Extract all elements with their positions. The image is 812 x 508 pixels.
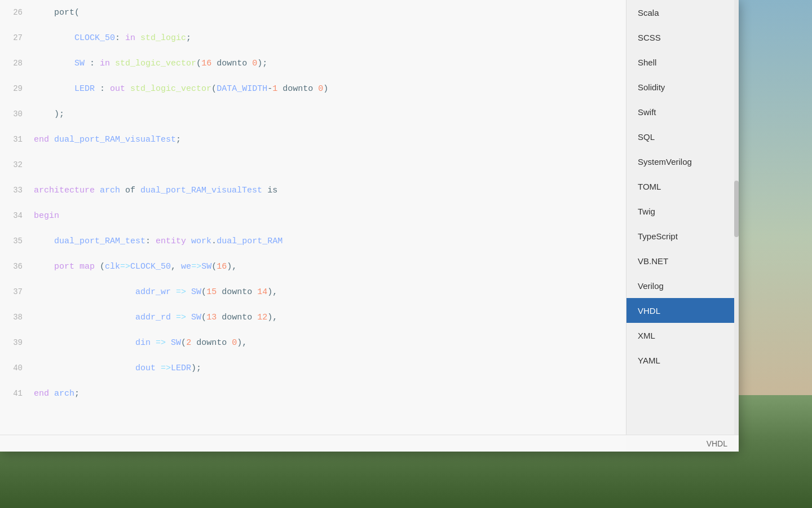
line-content-36: port map (clk=>CLOCK_50, we=>SW(16),	[34, 254, 626, 279]
line-content-37: addr_wr => SW(15 downto 14),	[34, 279, 626, 305]
lang-label-systemverilog: SystemVerilog	[638, 157, 692, 167]
code-line-36: 36 port map (clk=>CLOCK_50, we=>SW(16),	[0, 254, 626, 279]
code-line-30: 30 );	[0, 102, 626, 127]
code-editor: 26 port( 27 CLOCK_50: in std_logic; 28 S…	[0, 0, 626, 452]
line-content-35: dual_port_RAM_test: entity work.dual_por…	[34, 229, 626, 254]
line-content-34: begin	[34, 203, 626, 229]
line-content-30: );	[34, 102, 626, 127]
lang-label-vhdl: VHDL	[638, 306, 660, 316]
lang-item-scala[interactable]: Scala	[626, 0, 739, 25]
code-line-38: 38 addr_rd => SW(13 downto 12),	[0, 305, 626, 330]
line-number-38: 38	[0, 305, 34, 330]
lang-label-verilog: Verilog	[638, 281, 664, 291]
line-content-40: dout =>LEDR);	[34, 356, 626, 381]
line-number-36: 36	[0, 254, 34, 279]
scrollbar-thumb[interactable]	[734, 181, 739, 237]
line-content-28: SW : in std_logic_vector(16 downto 0);	[34, 51, 626, 76]
code-line-35: 35 dual_port_RAM_test: entity work.dual_…	[0, 229, 626, 254]
lang-label-scss: SCSS	[638, 33, 661, 42]
line-number-31: 31	[0, 127, 34, 152]
line-content-33: architecture arch of dual_port_RAM_visua…	[34, 178, 626, 203]
lang-item-vhdl[interactable]: VHDL	[626, 298, 739, 323]
lang-item-twig[interactable]: Twig	[626, 199, 739, 224]
lang-label-twig: Twig	[638, 207, 655, 216]
lang-label-vbnet: VB.NET	[638, 256, 668, 266]
lang-label-solidity: Solidity	[638, 82, 665, 92]
code-line-39: 39 din => SW(2 downto 0),	[0, 330, 626, 356]
lang-label-typescript: TypeScript	[638, 231, 678, 241]
lang-item-shell[interactable]: Shell	[626, 50, 739, 75]
line-content-41: end arch;	[34, 381, 626, 406]
line-number-37: 37	[0, 279, 34, 305]
line-number-30: 30	[0, 102, 34, 127]
line-number-39: 39	[0, 330, 34, 356]
code-line-34: 34 begin	[0, 203, 626, 229]
line-number-27: 27	[0, 25, 34, 51]
lang-item-typescript[interactable]: TypeScript	[626, 224, 739, 248]
lang-item-vbnet[interactable]: VB.NET	[626, 248, 739, 273]
code-line-27: 27 CLOCK_50: in std_logic;	[0, 25, 626, 51]
lang-label-sql: SQL	[638, 132, 655, 142]
code-line-32: 32	[0, 152, 626, 178]
lang-item-xml[interactable]: XML	[626, 323, 739, 348]
code-line-37: 37 addr_wr => SW(15 downto 14),	[0, 279, 626, 305]
line-number-29: 29	[0, 76, 34, 102]
scrollbar-track	[734, 0, 739, 452]
code-line-41: 41 end arch;	[0, 381, 626, 406]
code-line-40: 40 dout =>LEDR);	[0, 356, 626, 381]
line-number-28: 28	[0, 51, 34, 76]
editor-window: 26 port( 27 CLOCK_50: in std_logic; 28 S…	[0, 0, 739, 452]
lang-item-toml[interactable]: TOML	[626, 174, 739, 199]
lang-label-yaml: YAML	[638, 356, 660, 365]
line-content-26: port(	[34, 0, 626, 25]
lang-item-verilog[interactable]: Verilog	[626, 273, 739, 298]
current-language-label: VHDL	[707, 439, 727, 448]
line-number-26: 26	[0, 0, 34, 25]
language-panel: Scala SCSS Shell Solidity Swift SQL Syst…	[626, 0, 739, 452]
code-line-26: 26 port(	[0, 0, 626, 25]
lang-label-toml: TOML	[638, 182, 661, 191]
lang-item-sql[interactable]: SQL	[626, 124, 739, 149]
line-number-32: 32	[0, 152, 34, 178]
status-bar: VHDL	[0, 435, 739, 452]
lang-label-swift: Swift	[638, 107, 656, 117]
code-line-33: 33 architecture arch of dual_port_RAM_vi…	[0, 178, 626, 203]
line-content-31: end dual_port_RAM_visualTest;	[34, 127, 626, 152]
code-line-31: 31 end dual_port_RAM_visualTest;	[0, 127, 626, 152]
lang-item-solidity[interactable]: Solidity	[626, 75, 739, 99]
lang-item-yaml[interactable]: YAML	[626, 348, 739, 373]
line-number-35: 35	[0, 229, 34, 254]
line-content-39: din => SW(2 downto 0),	[34, 330, 626, 356]
lang-label-xml: XML	[638, 331, 655, 340]
code-line-28: 28 SW : in std_logic_vector(16 downto 0)…	[0, 51, 626, 76]
line-number-33: 33	[0, 178, 34, 203]
line-content-38: addr_rd => SW(13 downto 12),	[34, 305, 626, 330]
code-line-29: 29 LEDR : out std_logic_vector(DATA_WIDT…	[0, 76, 626, 102]
line-number-40: 40	[0, 356, 34, 381]
line-number-34: 34	[0, 203, 34, 229]
line-number-41: 41	[0, 381, 34, 406]
lang-label-shell: Shell	[638, 58, 656, 67]
line-content-29: LEDR : out std_logic_vector(DATA_WIDTH-1…	[34, 76, 626, 102]
lang-label-scala: Scala	[638, 8, 659, 17]
line-content-27: CLOCK_50: in std_logic;	[34, 25, 626, 51]
lang-item-swift[interactable]: Swift	[626, 99, 739, 124]
lang-item-scss[interactable]: SCSS	[626, 25, 739, 50]
lang-item-systemverilog[interactable]: SystemVerilog	[626, 149, 739, 174]
